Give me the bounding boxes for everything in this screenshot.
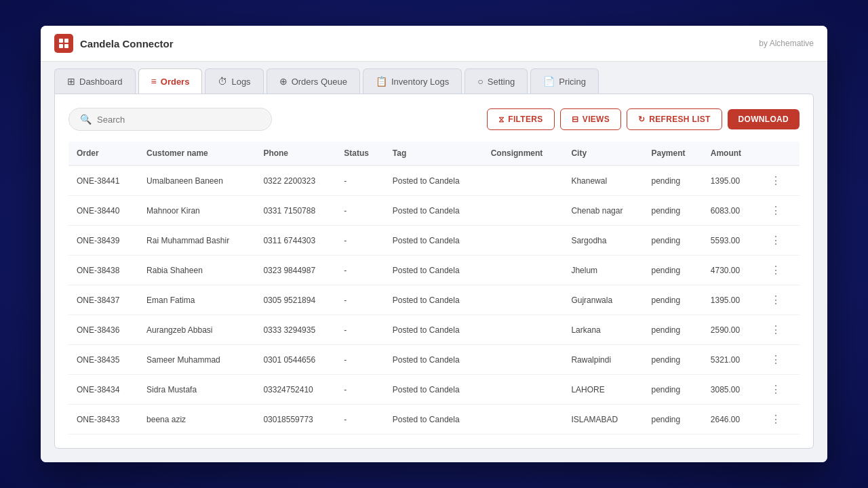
- cell-more[interactable]: ⋮: [758, 345, 800, 375]
- cell-payment: pending: [643, 256, 702, 285]
- col-consignment: Consignment: [483, 142, 564, 165]
- tab-orders-label: Orders: [161, 77, 190, 87]
- refresh-icon: ↻: [638, 115, 645, 124]
- cell-customer: Rai Muhammad Bashir: [138, 226, 255, 256]
- cell-city: Jhelum: [563, 256, 643, 285]
- titlebar-left: Candela Connector: [54, 34, 174, 53]
- cell-status: -: [336, 256, 384, 285]
- table-header-row: Order Customer name Phone Status Tag Con…: [68, 142, 800, 165]
- svg-rect-2: [59, 44, 63, 48]
- cell-city: Larkana: [563, 315, 643, 345]
- more-options-button[interactable]: ⋮: [766, 262, 785, 278]
- cell-amount: 5321.00: [703, 345, 758, 375]
- cell-status: -: [336, 315, 384, 345]
- cell-order: ONE-38433: [68, 405, 138, 434]
- tab-dashboard[interactable]: ⊞ Dashboard: [54, 68, 136, 94]
- cell-phone: 0331 7150788: [255, 196, 336, 226]
- cell-payment: pending: [643, 375, 702, 405]
- cell-city: ISLAMABAD: [563, 405, 643, 434]
- cell-amount: 2646.00: [703, 405, 758, 434]
- cell-more[interactable]: ⋮: [758, 375, 800, 405]
- tab-orders[interactable]: ≡ Orders: [138, 68, 203, 94]
- cell-order: ONE-38434: [68, 375, 138, 405]
- cell-tag: Posted to Candela: [384, 256, 483, 285]
- cell-amount: 1395.00: [703, 285, 758, 315]
- cell-tag: Posted to Candela: [384, 315, 483, 345]
- cell-customer: beena aziz: [138, 405, 255, 434]
- cell-order: ONE-38438: [68, 256, 138, 285]
- cell-tag: Posted to Candela: [384, 196, 483, 226]
- search-box[interactable]: 🔍: [68, 108, 272, 131]
- cell-phone: 03018559773: [255, 405, 336, 434]
- tab-inventory-label: Inventory Logs: [391, 77, 449, 87]
- cell-order: ONE-38441: [68, 165, 138, 196]
- more-options-button[interactable]: ⋮: [766, 382, 785, 397]
- cell-amount: 6083.00: [703, 196, 758, 226]
- cell-customer: Sameer Muhammad: [138, 345, 255, 375]
- cell-payment: pending: [643, 165, 702, 196]
- main-panel: 🔍 ⧖ FILTERS ⊟ VIEWS ↻ REFRESH LIST: [54, 94, 814, 449]
- toolbar: 🔍 ⧖ FILTERS ⊟ VIEWS ↻ REFRESH LIST: [68, 108, 800, 131]
- col-status: Status: [336, 142, 384, 165]
- more-options-button[interactable]: ⋮: [766, 203, 785, 218]
- filters-button[interactable]: ⧖ FILTERS: [487, 108, 555, 130]
- more-options-button[interactable]: ⋮: [766, 173, 785, 188]
- nav-bar: ⊞ Dashboard ≡ Orders ⏱ Logs ⊕ Orders Que…: [54, 62, 814, 94]
- cell-payment: pending: [643, 345, 702, 375]
- more-options-button[interactable]: ⋮: [766, 292, 785, 308]
- by-label: by Alchemative: [759, 39, 814, 48]
- cell-tag: Posted to Candela: [384, 285, 483, 315]
- svg-rect-0: [59, 39, 63, 43]
- col-tag: Tag: [384, 142, 483, 165]
- search-input[interactable]: [97, 115, 260, 125]
- cell-consignment: [483, 405, 564, 434]
- refresh-button[interactable]: ↻ REFRESH LIST: [627, 108, 722, 130]
- cell-phone: 0333 3294935: [255, 315, 336, 345]
- cell-more[interactable]: ⋮: [758, 405, 800, 434]
- cell-order: ONE-38435: [68, 345, 138, 375]
- views-icon: ⊟: [572, 115, 578, 124]
- cell-phone: 0305 9521894: [255, 285, 336, 315]
- cell-more[interactable]: ⋮: [758, 165, 800, 196]
- cell-tag: Posted to Candela: [384, 345, 483, 375]
- more-options-button[interactable]: ⋮: [766, 232, 785, 248]
- search-icon: 🔍: [80, 114, 92, 125]
- cell-payment: pending: [643, 196, 702, 226]
- cell-amount: 2590.00: [703, 315, 758, 345]
- cell-more[interactable]: ⋮: [758, 226, 800, 256]
- cell-more[interactable]: ⋮: [758, 196, 800, 226]
- more-options-button[interactable]: ⋮: [766, 352, 785, 367]
- app-logo: [54, 34, 73, 53]
- cell-customer: Aurangzeb Abbasi: [138, 315, 255, 345]
- table-row: ONE-38435 Sameer Muhammad 0301 0544656 -…: [68, 345, 800, 375]
- app-window: Candela Connector by Alchemative ⊞ Dashb…: [41, 26, 827, 462]
- tab-orders-queue[interactable]: ⊕ Orders Queue: [267, 68, 360, 94]
- cell-phone: 0323 9844987: [255, 256, 336, 285]
- cell-city: Khanewal: [563, 165, 643, 196]
- tab-pricing[interactable]: 📄 Pricing: [530, 68, 599, 94]
- cell-city: Rawalpindi: [563, 345, 643, 375]
- cell-status: -: [336, 196, 384, 226]
- cell-payment: pending: [643, 226, 702, 256]
- col-customer: Customer name: [138, 142, 255, 165]
- cell-more[interactable]: ⋮: [758, 285, 800, 315]
- col-order: Order: [68, 142, 138, 165]
- table-row: ONE-38437 Eman Fatima 0305 9521894 - Pos…: [68, 285, 800, 315]
- cell-payment: pending: [643, 315, 702, 345]
- cell-status: -: [336, 165, 384, 196]
- cell-order: ONE-38439: [68, 226, 138, 256]
- tab-logs[interactable]: ⏱ Logs: [205, 68, 263, 94]
- cell-order: ONE-38440: [68, 196, 138, 226]
- tab-inventory-logs[interactable]: 📋 Inventory Logs: [363, 68, 462, 94]
- views-button[interactable]: ⊟ VIEWS: [560, 108, 621, 130]
- tab-setting[interactable]: ○ Setting: [465, 68, 528, 94]
- tab-setting-label: Setting: [488, 77, 515, 87]
- cell-more[interactable]: ⋮: [758, 256, 800, 285]
- cell-more[interactable]: ⋮: [758, 315, 800, 345]
- tab-logs-label: Logs: [231, 77, 250, 87]
- cell-consignment: [483, 226, 564, 256]
- cell-status: -: [336, 285, 384, 315]
- more-options-button[interactable]: ⋮: [766, 322, 785, 338]
- download-button[interactable]: DOWNLOAD: [728, 109, 800, 129]
- more-options-button[interactable]: ⋮: [766, 411, 785, 427]
